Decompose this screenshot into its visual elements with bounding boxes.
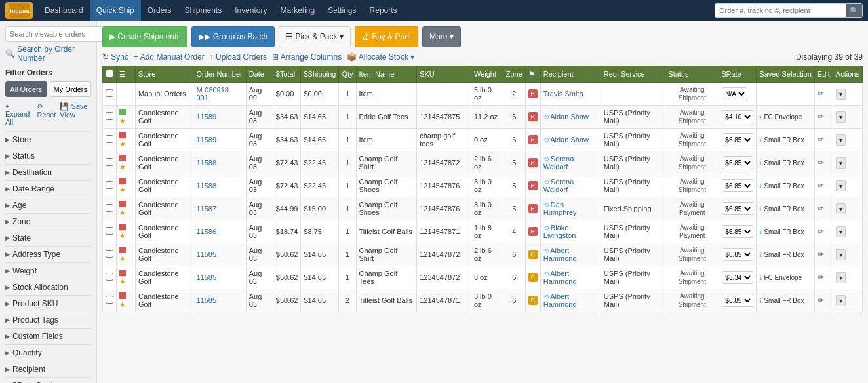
th-total[interactable]: $Total — [273, 66, 301, 83]
sidebar-filter-custom-fields[interactable]: Custom Fields — [5, 328, 91, 344]
select-all-checkbox[interactable] — [106, 70, 113, 77]
search-by-order-link[interactable]: 🔍Search by Order Number — [5, 45, 91, 63]
rate-select[interactable]: $6.85 — [722, 294, 753, 307]
sidebar-filter-weight[interactable]: Weight — [5, 262, 91, 279]
nav-reports[interactable]: Reports — [363, 0, 404, 21]
row-checkbox[interactable] — [106, 273, 113, 281]
star-icon[interactable]: ★ — [119, 163, 126, 171]
row-checkbox[interactable] — [106, 181, 113, 189]
order-number-link[interactable]: 11585 — [196, 251, 216, 258]
star-icon[interactable]: ★ — [119, 209, 126, 216]
edit-icon[interactable]: ✏ — [818, 273, 824, 282]
th-req-service[interactable]: Req. Service — [601, 66, 665, 83]
recipient-link[interactable]: Travis Smith — [543, 90, 583, 98]
th-weight[interactable]: Weight — [471, 66, 503, 83]
rate-select[interactable]: N/A — [722, 87, 747, 100]
star-icon[interactable]: ★ — [119, 232, 126, 239]
edit-icon[interactable]: ✏ — [818, 89, 824, 98]
sidebar-filter-state[interactable]: State — [5, 230, 91, 246]
star-icon[interactable]: ★ — [119, 117, 126, 125]
group-as-batch-button[interactable]: ▶▶ Group as Batch — [191, 26, 275, 47]
buy-print-button[interactable]: 🖨 Buy & Print — [355, 26, 418, 47]
sidebar-filter-date-range[interactable]: Date Range — [5, 180, 91, 197]
save-view-link[interactable]: 💾 Save View — [60, 102, 91, 126]
edit-icon[interactable]: ✏ — [818, 250, 824, 259]
th-zone[interactable]: Zone — [503, 66, 525, 83]
sidebar-filter-destination[interactable]: Destination — [5, 164, 91, 180]
nav-dashboard[interactable]: Dashboard — [38, 0, 90, 21]
sidebar-filter-age[interactable]: Age — [5, 197, 91, 213]
row-checkbox[interactable] — [106, 89, 113, 97]
row-checkbox[interactable] — [106, 158, 113, 166]
sync-link[interactable]: ↻ Sync — [102, 52, 128, 62]
my-orders-btn[interactable]: My Orders — [50, 81, 92, 97]
sidebar-filter-recipient[interactable]: Recipient — [5, 361, 91, 377]
nav-search-button[interactable]: 🔍 — [846, 4, 862, 17]
recipient-link[interactable]: Albert Hammond — [543, 270, 577, 285]
th-date[interactable]: Date — [246, 66, 273, 83]
sidebar-filter-product-sku[interactable]: Product SKU — [5, 295, 91, 312]
actions-dropdown[interactable]: ▾ — [836, 111, 846, 123]
logo[interactable]: shipping — [5, 2, 33, 19]
edit-icon[interactable]: ✏ — [818, 204, 824, 213]
rate-select[interactable]: $6.85 — [722, 179, 753, 192]
info-icon[interactable]: ℹ — [759, 205, 762, 212]
row-checkbox[interactable] — [106, 296, 113, 304]
star-icon[interactable]: ★ — [119, 140, 126, 148]
th-qty[interactable]: Qty — [339, 66, 356, 83]
order-number-link[interactable]: 11585 — [196, 273, 216, 281]
order-number-link[interactable]: 11586 — [196, 228, 216, 235]
search-orders-input[interactable] — [5, 26, 105, 42]
actions-dropdown[interactable]: ▾ — [836, 272, 846, 283]
rate-select[interactable]: $6.85 — [722, 248, 753, 261]
actions-dropdown[interactable]: ▾ — [836, 226, 846, 237]
actions-dropdown[interactable]: ▾ — [836, 249, 846, 260]
rate-select[interactable]: $6.85 — [722, 225, 753, 238]
recipient-link[interactable]: Aidan Shaw — [550, 113, 589, 121]
upload-orders-link[interactable]: ↑ Upload Orders — [210, 52, 267, 62]
sidebar-filter-status[interactable]: Status — [5, 148, 91, 164]
row-checkbox[interactable] — [106, 204, 113, 212]
rate-select[interactable]: $6.85 — [722, 202, 753, 215]
edit-icon[interactable]: ✏ — [818, 181, 824, 190]
sidebar-filter-quantity[interactable]: Quantity — [5, 344, 91, 361]
th-order-number[interactable]: Order Number — [193, 66, 246, 83]
info-icon[interactable]: ℹ — [759, 274, 762, 281]
sidebar-filter-address-type[interactable]: Address Type — [5, 246, 91, 262]
star-icon[interactable]: ★ — [119, 254, 126, 262]
order-number-link[interactable]: 11589 — [196, 136, 216, 144]
info-icon[interactable]: ℹ — [759, 182, 762, 190]
actions-dropdown[interactable]: ▾ — [836, 295, 846, 306]
order-number-link[interactable]: 11588 — [196, 182, 216, 190]
pick-pack-button[interactable]: ☰ Pick & Pack ▾ — [279, 26, 351, 47]
info-icon[interactable]: ℹ — [759, 159, 762, 167]
rate-select[interactable]: $6.85 — [722, 133, 753, 146]
order-number-link[interactable]: M-080918-001 — [196, 86, 231, 102]
nav-shipments[interactable]: Shipments — [178, 0, 228, 21]
rate-select[interactable]: $3.34 — [722, 271, 753, 284]
order-number-link[interactable]: 11587 — [196, 205, 216, 212]
th-item-name[interactable]: Item Name — [356, 66, 417, 83]
all-orders-btn[interactable]: All Orders — [5, 81, 47, 97]
sidebar-filter-$rate-quote[interactable]: $Rate Quote — [5, 377, 91, 383]
expand-all-link[interactable]: + Expand All — [5, 102, 33, 126]
th-sku[interactable]: SKU — [417, 66, 471, 83]
recipient-link[interactable]: Albert Hammond — [543, 247, 577, 262]
sidebar-filter-zone[interactable]: Zone — [5, 213, 91, 230]
recipient-link[interactable]: Aidan Shaw — [550, 136, 589, 144]
order-number-link[interactable]: 11589 — [196, 113, 216, 121]
nav-orders[interactable]: Orders — [141, 0, 178, 21]
edit-icon[interactable]: ✏ — [818, 135, 824, 144]
info-icon[interactable]: ℹ — [759, 251, 762, 258]
edit-icon[interactable]: ✏ — [818, 112, 824, 121]
arrange-columns-link[interactable]: ⊞ Arrange Columns — [272, 52, 342, 62]
nav-quick-ship[interactable]: Quick Ship — [90, 0, 141, 21]
sidebar-filter-product-tags[interactable]: Product Tags — [5, 312, 91, 328]
more-button[interactable]: More ▾ — [422, 26, 461, 47]
actions-dropdown[interactable]: ▾ — [836, 134, 846, 146]
recipient-link[interactable]: Albert Hammond — [543, 292, 577, 308]
nav-marketing[interactable]: Marketing — [274, 0, 322, 21]
nav-search-input[interactable] — [715, 4, 846, 17]
sidebar-filter-stock-allocation[interactable]: Stock Allocation — [5, 279, 91, 295]
actions-dropdown[interactable]: ▾ — [836, 180, 846, 192]
